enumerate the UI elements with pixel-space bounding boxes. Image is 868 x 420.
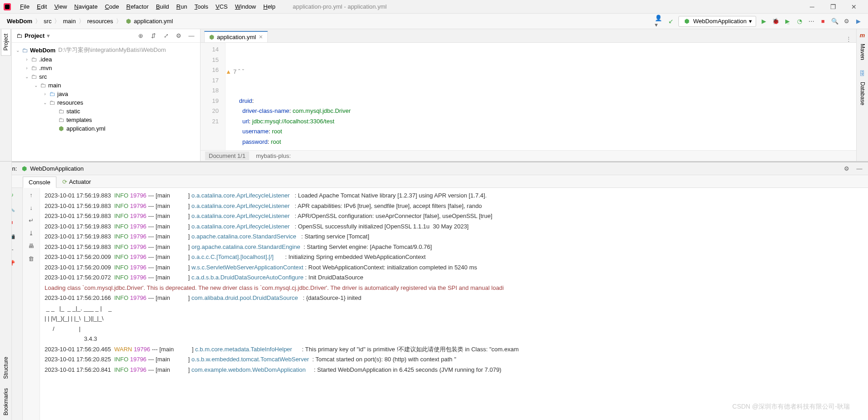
menu-tools[interactable]: Tools [191, 3, 212, 10]
menu-view[interactable]: View [50, 3, 70, 10]
gutter: 1415161718192021 [201, 43, 226, 150]
tab-actuator[interactable]: ⟳Actuator [56, 176, 97, 187]
menu-run[interactable]: Run [173, 3, 191, 10]
close-button[interactable]: ✕ [843, 3, 864, 10]
menu-navigate[interactable]: Navigate [70, 3, 101, 10]
vcs-update-icon[interactable]: ↙ [667, 17, 675, 25]
tree-node[interactable]: ›🗀.idea [12, 55, 200, 64]
menu-window[interactable]: Window [231, 3, 260, 10]
tree-node[interactable]: ⬢application.yml [12, 124, 200, 133]
stop-icon[interactable]: ■ [819, 17, 827, 25]
project-panel: 🗀Project ▾ ⊕ ⇵ ⤢ ⚙ — ⌄🗀WebDomD:\学习案例\int… [12, 29, 201, 161]
crumb-segment[interactable]: src [42, 18, 53, 25]
search-icon[interactable]: 🔍 [831, 17, 839, 25]
chevron-down-icon[interactable]: ˇ [242, 67, 244, 77]
tree-node[interactable]: 🗀static [12, 107, 200, 116]
database-tool-tab[interactable]: Database [858, 77, 867, 110]
console-output[interactable]: 2023-10-01 17:56:19.883 INFO 19796 --- [… [40, 188, 868, 420]
structure-tool-tab[interactable]: Structure [1, 352, 10, 384]
minimize-button[interactable]: ─ [802, 3, 823, 10]
crumb-segment[interactable]: main [61, 18, 77, 25]
breadcrumb[interactable]: WebDom〉src〉main〉resources〉⬢ application.… [5, 17, 174, 25]
chevron-down-icon[interactable]: ▾ [47, 32, 50, 39]
profile-icon[interactable]: ◔ [795, 17, 803, 25]
tab-label: application.yml [217, 34, 256, 40]
database-icon: 🗄 [858, 69, 867, 77]
tree-node[interactable]: ›🗀.mvn [12, 64, 200, 72]
tree-node[interactable]: ⌄🗀main [12, 81, 200, 90]
soft-wrap-icon[interactable]: ↵ [27, 216, 35, 224]
hide-icon[interactable]: — [855, 165, 863, 173]
print-icon[interactable]: 🖶 [27, 242, 35, 250]
hide-icon[interactable]: — [187, 32, 196, 40]
editor-breadcrumb[interactable]: Document 1/1 mybatis-plus: [201, 150, 856, 161]
chevron-down-icon: ▾ [749, 18, 752, 25]
up-icon[interactable]: ↑ [27, 191, 35, 199]
gear-icon[interactable]: ⚙ [843, 165, 851, 173]
collapse-all-icon[interactable]: ⤢ [162, 32, 170, 40]
settings-icon[interactable]: ⚙ [843, 17, 851, 25]
svg-rect-1 [5, 5, 10, 9]
run-config-selector[interactable]: ⬢ WebDomApplication ▾ [678, 16, 756, 27]
maven-tool-tab[interactable]: Maven [858, 39, 867, 65]
left-stripe: Project [0, 29, 12, 161]
menu-refactor[interactable]: Refactor [123, 3, 152, 10]
run-config-label: WebDomApplication [693, 18, 747, 25]
crumb-segment[interactable]: WebDom [5, 18, 34, 25]
menu-build[interactable]: Build [152, 3, 173, 10]
tab-console[interactable]: Console [23, 177, 56, 188]
project-tool-tab[interactable]: Project [1, 29, 11, 56]
maximize-button[interactable]: ❐ [823, 3, 843, 10]
project-label: Project [25, 32, 45, 39]
navigation-bar: WebDom〉src〉main〉resources〉⬢ application.… [0, 14, 868, 29]
maven-icon: m [858, 31, 867, 39]
crumb-path[interactable]: mybatis-plus: [256, 152, 291, 159]
clear-icon[interactable]: 🗑 [27, 254, 35, 263]
window-title: application-pro.yml - application.yml [293, 3, 387, 10]
learn-icon[interactable]: ▶ [854, 17, 863, 25]
user-icon[interactable]: 👤▾ [655, 17, 663, 25]
bookmarks-tool-tab[interactable]: Bookmarks [1, 384, 10, 420]
console-toolbar: ↑ ↓ ↵ ⤓ 🖶 🗑 [23, 188, 40, 420]
menu-code[interactable]: Code [101, 3, 123, 10]
select-opened-icon[interactable]: ⊕ [136, 32, 145, 40]
gear-icon[interactable]: ⚙ [175, 32, 183, 40]
close-tab-icon[interactable]: ✕ [259, 34, 263, 40]
menu-file[interactable]: File [16, 3, 33, 10]
run-icon[interactable]: ▶ [760, 17, 768, 25]
inspection-widget[interactable]: ▲7 ˆ ˇ [226, 67, 849, 77]
menu-vcs[interactable]: VCS [212, 3, 231, 10]
spring-icon: ⬢ [682, 17, 691, 25]
tree-node[interactable]: ⌄🗀resources [12, 98, 200, 107]
tree-root[interactable]: ⌄🗀WebDomD:\学习案例\integrationMyBatis\WebDo… [12, 45, 200, 55]
spring-icon: ⬢ [20, 165, 29, 173]
folder-icon: 🗀 [16, 32, 22, 39]
warning-icon: ▲ [226, 67, 231, 77]
crumb-segment[interactable]: resources [86, 18, 115, 25]
tree-node[interactable]: ⌄🗀src [12, 72, 200, 81]
menu-help[interactable]: Help [260, 3, 279, 10]
editor-tabs: ⬢ application.yml ✕ ⋮ [201, 29, 856, 43]
down-icon[interactable]: ↓ [27, 203, 35, 212]
run-config-name: WebDomApplication [30, 165, 84, 172]
menu-edit[interactable]: Edit [33, 3, 50, 10]
coverage-icon[interactable]: ▶̤ [783, 17, 792, 25]
tree-node[interactable]: ›🗀java [12, 90, 200, 98]
project-tree[interactable]: ⌄🗀WebDomD:\学习案例\integrationMyBatis\WebDo… [12, 43, 200, 161]
tab-more-icon[interactable]: ⋮ [841, 35, 856, 42]
right-stripe: m Maven 🗄 Database [856, 29, 868, 161]
attach-icon[interactable]: ⋯ [807, 17, 815, 25]
tree-node[interactable]: 🗀templates [12, 116, 200, 124]
left-stripe-bottom: Bookmarks Structure [0, 162, 12, 420]
doc-indicator[interactable]: Document 1/1 [205, 152, 249, 160]
scroll-end-icon[interactable]: ⤓ [27, 229, 35, 237]
tab-application-yml[interactable]: ⬢ application.yml ✕ [204, 31, 268, 42]
crumb-segment[interactable]: ⬢ application.yml [123, 18, 175, 25]
chevron-up-icon[interactable]: ˆ [238, 67, 240, 77]
expand-all-icon[interactable]: ⇵ [149, 32, 157, 40]
menu-bar: FileEditViewNavigateCodeRefactorBuildRun… [0, 0, 868, 14]
debug-icon[interactable]: 🐞 [772, 17, 780, 25]
app-logo-icon [4, 3, 12, 11]
editor-area: ⬢ application.yml ✕ ⋮ 1415161718192021 ▲… [201, 29, 856, 161]
code-editor[interactable]: ▲7 ˆ ˇ druid: driver-class-name: com.mys… [226, 43, 856, 150]
